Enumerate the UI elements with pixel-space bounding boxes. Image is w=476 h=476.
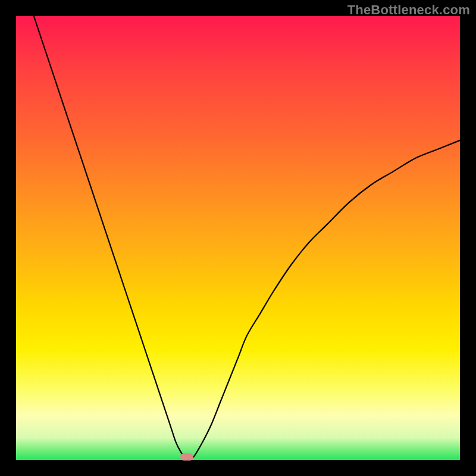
- bottleneck-curve: [16, 16, 460, 460]
- watermark-text: TheBottleneck.com: [347, 2, 470, 18]
- chart-frame: TheBottleneck.com: [0, 0, 476, 476]
- plot-area: [16, 16, 460, 460]
- optimal-point-marker: [180, 453, 193, 461]
